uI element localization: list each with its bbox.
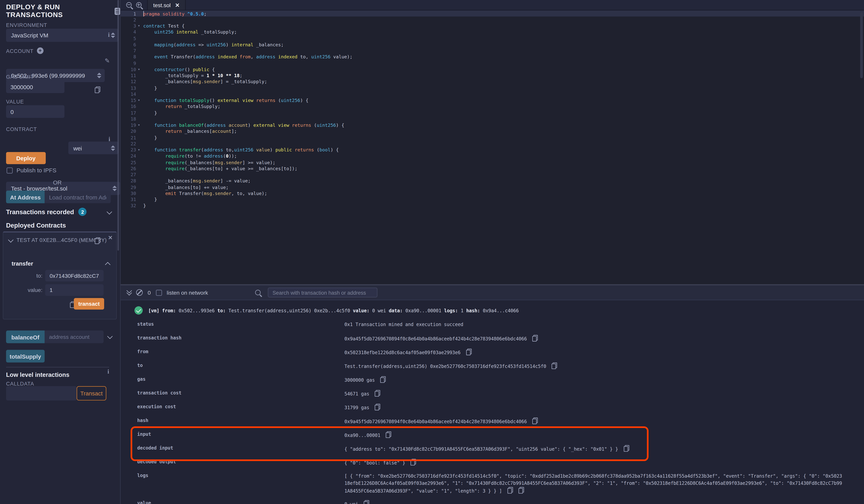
listen-network-checkbox[interactable] — [156, 289, 162, 296]
tab-test-sol[interactable]: test.sol ✕ — [147, 0, 186, 10]
line-number: 27 — [121, 172, 136, 177]
contract-info-icon[interactable]: i — [109, 135, 110, 142]
copy-icon[interactable] — [411, 459, 416, 465]
copy-account-icon[interactable] — [95, 86, 100, 93]
code-line-1[interactable]: 1pragma solidity ^0.5.0; — [121, 11, 864, 17]
summary-text: [vm] from: 0x502...993e6 to: Test.transf… — [148, 308, 519, 313]
code-line-4[interactable]: 4 uint256 internal _totalSupply; — [121, 29, 864, 35]
expand-terminal-icon[interactable] — [127, 290, 131, 295]
code-line-28[interactable]: 28 _balances[msg.sender] -= value; — [121, 178, 864, 184]
copy-icon[interactable] — [532, 418, 538, 424]
code-line-24[interactable]: 24 require(to != address(0)); — [121, 153, 864, 159]
copy-icon[interactable] — [518, 487, 524, 493]
value-unit-select[interactable]: wei — [68, 142, 119, 154]
copy-icon[interactable] — [532, 335, 538, 341]
code-line-27[interactable]: 27 — [121, 171, 864, 178]
spinner-icon[interactable] — [97, 73, 101, 78]
code-line-22[interactable]: 22 — [121, 141, 864, 147]
code-text: function totalSupply() external view ret… — [143, 97, 864, 103]
terminal-search-input[interactable] — [267, 287, 377, 297]
line-number: 21 — [121, 135, 136, 140]
transact-button[interactable]: transact — [74, 298, 104, 310]
code-line-18[interactable]: 18 — [121, 116, 864, 122]
code-line-12[interactable]: 12 _balances[msg.sender] = _totalSupply; — [121, 79, 864, 85]
fold-arrow-icon[interactable]: ▾ — [136, 148, 143, 152]
balanceof-button[interactable]: balanceOf — [6, 331, 45, 343]
tx-row-value: 3000000 gas — [344, 376, 386, 384]
fold-arrow-icon[interactable]: ▾ — [136, 123, 143, 127]
value-unit: wei — [73, 145, 82, 151]
code-line-26[interactable]: 26 require(_balances[to] + value >= _bal… — [121, 165, 864, 171]
copy-instance-icon[interactable] — [95, 238, 100, 244]
copy-icon[interactable] — [364, 500, 369, 504]
code-line-23[interactable]: 23▾ function transfer(address to,uint256… — [121, 147, 864, 153]
chevron-down-icon[interactable] — [107, 209, 112, 215]
code-line-21[interactable]: 21 } — [121, 134, 864, 141]
code-line-8[interactable]: 8 event Transfer(address indexed from, a… — [121, 54, 864, 60]
code-line-7[interactable]: 7 — [121, 48, 864, 54]
clear-console-icon[interactable] — [136, 289, 143, 296]
edit-account-icon[interactable]: ✎ — [105, 57, 110, 64]
at-address-button[interactable]: At Address — [6, 191, 45, 203]
code-line-16[interactable]: 16 return _totalSupply; — [121, 104, 864, 110]
copy-icon[interactable] — [552, 362, 557, 369]
tx-row-value: 0x502318efbe1226d8c6ac4af05ae09f03ae2993… — [344, 349, 471, 357]
fold-arrow-icon[interactable]: ▾ — [136, 24, 143, 28]
at-address-input[interactable] — [45, 191, 111, 203]
transfer-value-input[interactable] — [45, 284, 104, 296]
code-line-31[interactable]: 31 } — [121, 196, 864, 203]
calldata-input[interactable] — [6, 386, 76, 400]
code-line-2[interactable]: 2 — [121, 17, 864, 23]
environment-info-icon[interactable]: i — [108, 32, 110, 38]
code-line-19[interactable]: 19▾ function balanceOf(address account) … — [121, 122, 864, 128]
close-tab-icon[interactable]: ✕ — [175, 2, 180, 8]
code-line-6[interactable]: 6 mapping(address => uint256) internal _… — [121, 41, 864, 48]
code-line-15[interactable]: 15▾ function totalSupply() external view… — [121, 97, 864, 104]
editor-scrollbar[interactable] — [860, 12, 863, 78]
environment-select[interactable]: JavaScript VM — [6, 29, 119, 42]
spinner-icon[interactable] — [111, 33, 115, 38]
spinner-icon[interactable] — [111, 145, 115, 151]
collapse-transfer-icon[interactable] — [105, 262, 110, 267]
code-line-29[interactable]: 29 _balances[to] += value; — [121, 184, 864, 190]
publish-ipfs-checkbox[interactable] — [7, 167, 13, 173]
code-line-32[interactable]: 32} — [121, 203, 864, 209]
copy-icon[interactable] — [386, 431, 391, 438]
code-line-11[interactable]: 11 _totalSupply = 1 * 10 ** 18; — [121, 72, 864, 79]
zoom-in-icon[interactable] — [136, 2, 142, 8]
code-area[interactable]: 1pragma solidity ^0.5.0;23▾contract Test… — [121, 11, 864, 284]
deploy-button[interactable]: Deploy — [6, 152, 46, 164]
copy-icon[interactable] — [380, 376, 386, 383]
copy-icon[interactable] — [624, 445, 629, 452]
close-instance-icon[interactable]: ✕ — [108, 235, 113, 241]
transaction-summary[interactable]: [vm] from: 0x502...993e6 to: Test.transf… — [121, 300, 864, 321]
code-line-5[interactable]: 5 — [121, 35, 864, 41]
zoom-out-icon[interactable] — [126, 2, 132, 8]
low-level-transact-button[interactable]: Transact — [76, 386, 106, 400]
code-line-30[interactable]: 30 emit Transfer(msg.sender, to, value); — [121, 190, 864, 196]
code-line-9[interactable]: 9 — [121, 60, 864, 66]
copy-icon[interactable] — [466, 349, 471, 355]
copy-icon[interactable] — [507, 487, 513, 493]
code-line-20[interactable]: 20 return _balances[account]; — [121, 128, 864, 134]
fold-arrow-icon[interactable]: ▾ — [136, 67, 143, 72]
code-line-3[interactable]: 3▾contract Test { — [121, 23, 864, 29]
instance-chevron-down-icon[interactable] — [8, 237, 13, 243]
code-line-13[interactable]: 13 } — [121, 85, 864, 91]
spinner-icon[interactable] — [112, 186, 117, 191]
totalsupply-button[interactable]: totalSupply — [6, 350, 45, 362]
add-account-icon[interactable]: + — [37, 47, 44, 54]
code-line-25[interactable]: 25 require(_balances[msg.sender] >= valu… — [121, 159, 864, 165]
low-level-info-icon[interactable]: i — [107, 368, 109, 374]
copy-icon[interactable] — [375, 404, 380, 410]
value-input[interactable] — [6, 105, 64, 118]
code-line-14[interactable]: 14 — [121, 91, 864, 97]
copy-icon[interactable] — [375, 390, 380, 397]
code-line-17[interactable]: 17 } — [121, 110, 864, 116]
panel-scrollbar[interactable] — [117, 0, 119, 251]
fold-arrow-icon[interactable]: ▾ — [136, 98, 143, 103]
code-line-10[interactable]: 10▾ constructor() public { — [121, 66, 864, 72]
gas-limit-input[interactable] — [6, 81, 64, 93]
balanceof-input[interactable] — [45, 331, 104, 343]
transfer-to-input[interactable] — [45, 270, 104, 281]
